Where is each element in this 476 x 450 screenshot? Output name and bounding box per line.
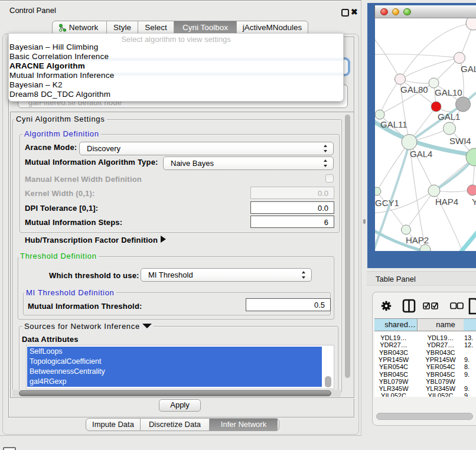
svg-text:GAL11: GAL11 [380, 119, 407, 129]
svg-text:GAL4: GAL4 [410, 149, 432, 159]
svg-text:GAL1: GAL1 [438, 112, 460, 122]
svg-text:HAP2: HAP2 [406, 235, 429, 245]
svg-text:Y: Y [472, 197, 476, 207]
svg-text:HAP4: HAP4 [435, 197, 458, 207]
svg-text:GAL10: GAL10 [435, 87, 462, 97]
svg-text:GAL7: GAL7 [461, 64, 476, 74]
svg-text:GAL80: GAL80 [400, 84, 428, 94]
svg-text:GCY1: GCY1 [375, 198, 399, 208]
svg-text:SWI4: SWI4 [449, 136, 471, 146]
